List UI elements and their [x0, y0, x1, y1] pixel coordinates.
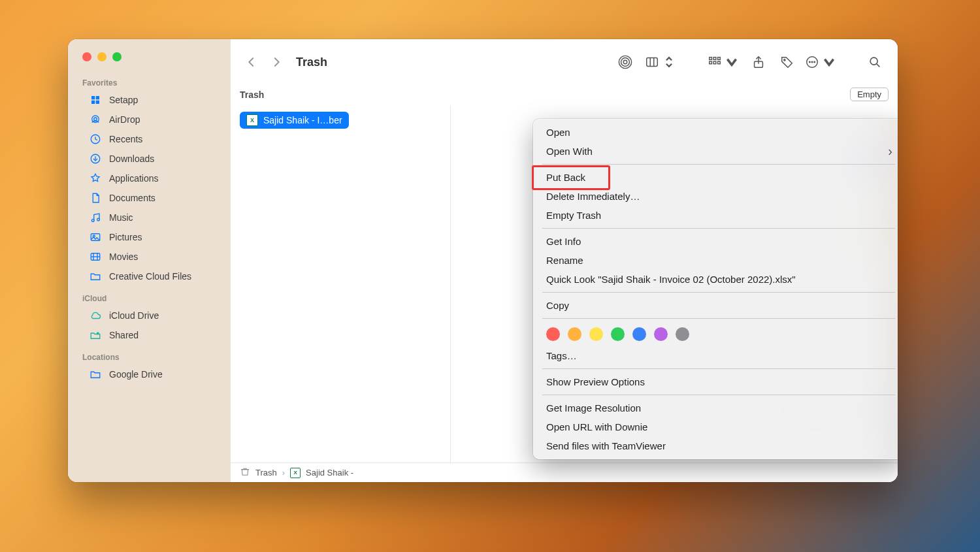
- svg-point-32: [809, 61, 810, 62]
- sidebar-item-pictures[interactable]: Pictures: [73, 227, 225, 247]
- file-item-selected[interactable]: X Sajid Shaik - I…ber: [240, 112, 349, 129]
- sidebar-item-setapp[interactable]: Setapp: [73, 90, 225, 110]
- sidebar-item-airdrop[interactable]: AirDrop: [73, 110, 225, 129]
- search-button[interactable]: [864, 55, 886, 69]
- tag-color-yellow[interactable]: [589, 327, 603, 341]
- main-pane: Trash: [231, 39, 898, 482]
- svg-point-17: [623, 60, 627, 64]
- svg-point-5: [92, 116, 99, 123]
- svg-rect-20: [647, 58, 658, 67]
- folder-icon: [89, 368, 102, 381]
- pictures-icon: [89, 231, 102, 244]
- shared-icon: [89, 329, 102, 342]
- share-button[interactable]: [747, 55, 770, 69]
- sidebar-section-label: Favorites: [68, 71, 231, 90]
- setapp-icon: [89, 93, 102, 106]
- airdrop-icon[interactable]: [614, 55, 636, 69]
- location-title: Trash: [240, 89, 264, 100]
- sidebar-item-documents[interactable]: Documents: [73, 188, 225, 208]
- finder-window: FavoritesSetappAirDropRecentsDownloadsAp…: [68, 39, 898, 482]
- pathbar-location[interactable]: Trash: [255, 468, 277, 478]
- svg-line-36: [877, 64, 880, 67]
- menu-item-quick-look-sajid-shaik-invoice-02-october-2022-xlsx[interactable]: Quick Look "Sajid Shaik - Invoice 02 (Oc…: [533, 270, 898, 289]
- empty-trash-button[interactable]: Empty: [850, 88, 889, 101]
- folder-icon: [89, 270, 102, 283]
- close-window-button[interactable]: [82, 52, 91, 61]
- recents-icon: [89, 133, 102, 146]
- menu-item-get-image-resolution[interactable]: Get Image Resolution: [533, 398, 898, 417]
- menu-item-open[interactable]: Open: [533, 123, 898, 142]
- sidebar-item-applications[interactable]: Applications: [73, 169, 225, 188]
- sidebar-item-label: Applications: [109, 173, 159, 184]
- location-header: Trash Empty: [231, 85, 898, 105]
- tag-colors-row: [533, 322, 898, 346]
- trash-icon: [240, 466, 250, 479]
- menu-item-tags[interactable]: Tags…: [533, 346, 898, 365]
- sidebar-item-label: Shared: [109, 330, 139, 340]
- music-icon: [89, 211, 102, 224]
- svg-point-16: [97, 332, 99, 334]
- svg-rect-1: [96, 96, 99, 99]
- minimize-window-button[interactable]: [97, 52, 106, 61]
- sidebar-item-label: iCloud Drive: [109, 310, 159, 321]
- tag-color-red[interactable]: [546, 327, 560, 341]
- path-bar: Trash › X Sajid Shaik -: [231, 463, 898, 482]
- xlsx-icon: X: [246, 114, 258, 126]
- cloud-icon: [89, 309, 102, 322]
- pathbar-file[interactable]: Sajid Shaik -: [306, 468, 353, 478]
- svg-point-9: [97, 218, 100, 221]
- tag-color-purple[interactable]: [654, 327, 668, 341]
- sidebar-item-label: Downloads: [109, 154, 154, 164]
- sidebar-item-music[interactable]: Music: [73, 208, 225, 227]
- tag-color-green[interactable]: [611, 327, 625, 341]
- tag-color-gray[interactable]: [676, 327, 689, 341]
- menu-item-open-with[interactable]: Open With: [533, 142, 898, 161]
- menu-item-send-files-with-teamviewer[interactable]: Send files with TeamViewer: [533, 436, 898, 455]
- tags-button[interactable]: [776, 55, 798, 69]
- svg-point-8: [91, 219, 94, 222]
- menu-item-put-back[interactable]: Put Back: [533, 168, 898, 187]
- sidebar-item-creative-cloud-files[interactable]: Creative Cloud Files: [73, 267, 225, 286]
- sidebar-item-shared[interactable]: Shared: [73, 325, 225, 345]
- svg-rect-24: [713, 57, 716, 60]
- sidebar-item-label: AirDrop: [109, 114, 140, 125]
- tag-color-orange[interactable]: [568, 327, 581, 341]
- file-name-truncated: Sajid Shaik - I…ber: [263, 115, 342, 125]
- sidebar-item-label: Movies: [109, 252, 138, 262]
- tag-color-blue[interactable]: [632, 327, 646, 341]
- svg-rect-26: [710, 61, 712, 64]
- more-button[interactable]: [805, 55, 836, 69]
- back-button[interactable]: [242, 53, 261, 71]
- menu-item-show-preview-options[interactable]: Show Preview Options: [533, 372, 898, 391]
- sidebar-item-label: Setapp: [109, 95, 138, 105]
- menu-item-copy[interactable]: Copy: [533, 296, 898, 315]
- sidebar-item-google-drive[interactable]: Google Drive: [73, 365, 225, 384]
- menu-item-empty-trash[interactable]: Empty Trash: [533, 206, 898, 225]
- view-columns-button[interactable]: [643, 55, 678, 69]
- sidebar-item-icloud-drive[interactable]: iCloud Drive: [73, 306, 225, 325]
- svg-rect-3: [96, 101, 99, 104]
- svg-rect-28: [718, 61, 721, 64]
- sidebar-item-recents[interactable]: Recents: [73, 129, 225, 149]
- menu-item-get-info[interactable]: Get Info: [533, 232, 898, 251]
- svg-rect-23: [710, 57, 712, 60]
- fullscreen-window-button[interactable]: [112, 52, 122, 61]
- menu-item-open-url-with-downie[interactable]: Open URL with Downie: [533, 417, 898, 436]
- menu-item-delete-immediately[interactable]: Delete Immediately…: [533, 187, 898, 206]
- menu-item-rename[interactable]: Rename: [533, 251, 898, 270]
- window-controls: [68, 52, 231, 71]
- sidebar-item-label: Google Drive: [109, 369, 163, 380]
- file-list[interactable]: X Sajid Shaik - I…ber: [231, 105, 451, 463]
- documents-icon: [89, 191, 102, 204]
- xlsx-icon: X: [290, 468, 301, 478]
- svg-point-4: [94, 118, 97, 121]
- group-button[interactable]: [706, 55, 741, 69]
- sidebar-item-label: Creative Cloud Files: [109, 271, 191, 282]
- sidebar-item-movies[interactable]: Movies: [73, 247, 225, 267]
- forward-button[interactable]: [267, 53, 286, 71]
- movies-icon: [89, 250, 102, 263]
- sidebar-section-label: iCloud: [68, 286, 231, 306]
- svg-point-34: [814, 61, 815, 62]
- sidebar-item-label: Documents: [109, 193, 155, 203]
- sidebar-item-downloads[interactable]: Downloads: [73, 149, 225, 169]
